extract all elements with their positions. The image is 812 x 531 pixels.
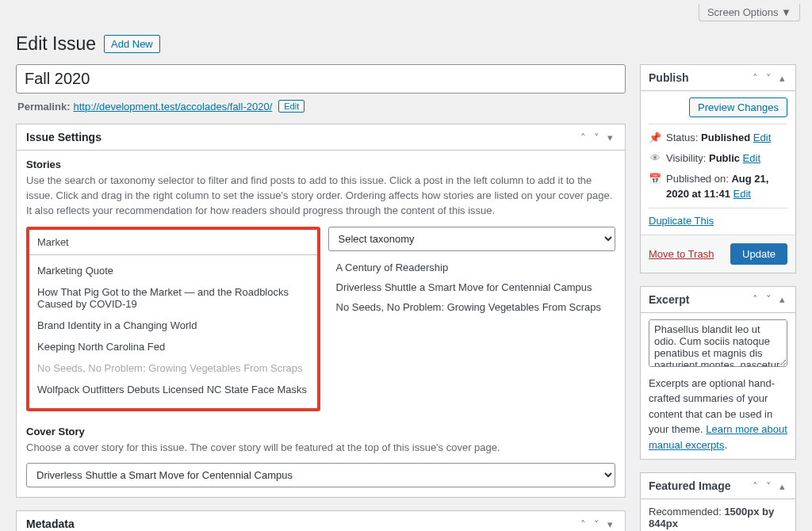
featured-recommended: Recommended: 1500px by 844px [649, 506, 787, 529]
publish-heading: Publish [649, 71, 689, 84]
toggle-panel-icon[interactable]: ▴ [777, 480, 787, 492]
move-down-icon[interactable]: ˅ [592, 518, 602, 530]
update-button[interactable]: Update [730, 243, 787, 265]
issue-settings-heading: Issue Settings [26, 131, 102, 143]
toggle-panel-icon[interactable]: ▾ [605, 132, 615, 143]
permalink-url[interactable]: http://development.test/accolades/fall-2… [73, 101, 272, 113]
edit-visibility-link[interactable]: Edit [743, 152, 760, 164]
calendar-icon: 📅 [649, 172, 661, 186]
move-up-icon[interactable]: ˄ [750, 72, 760, 84]
cover-story-select[interactable]: Driverless Shuttle a Smart Move for Cent… [26, 463, 615, 487]
move-down-icon[interactable]: ˅ [764, 72, 774, 84]
edit-status-link[interactable]: Edit [753, 132, 771, 143]
move-down-icon[interactable]: ˅ [764, 480, 774, 492]
featured-image-box: Featured Image ˄ ˅ ▴ Recommended: 1500px… [640, 472, 796, 531]
added-stories-list: A Century of Readership Driverless Shutt… [328, 251, 616, 323]
move-up-icon[interactable]: ˄ [578, 132, 588, 143]
excerpt-box: Excerpt ˄ ˅ ▴ Excerpts are optional hand… [640, 286, 796, 460]
edit-permalink-button[interactable]: Edit [278, 100, 304, 113]
pin-icon: 📌 [649, 131, 661, 145]
metadata-heading: Metadata [26, 518, 75, 530]
screen-options-button[interactable]: Screen Options ▼ [699, 4, 800, 21]
move-up-icon[interactable]: ˄ [750, 293, 760, 305]
toggle-panel-icon[interactable]: ▴ [777, 72, 787, 84]
page-title: Edit Issue [16, 33, 96, 55]
taxonomy-select[interactable]: Select taxonomy [328, 227, 616, 251]
preview-changes-button[interactable]: Preview Changes [689, 97, 787, 117]
stories-results-list: Marketing Quote How That Pig Got to the … [29, 255, 317, 408]
story-result-disabled: No Seeds, No Problem: Growing Vegetables… [29, 357, 317, 379]
cover-story-label: Cover Story [26, 426, 615, 437]
featured-image-heading: Featured Image [649, 479, 730, 492]
stories-label: Stories [26, 159, 615, 170]
story-result[interactable]: Brand Identity in a Changing World [29, 315, 317, 336]
story-result[interactable]: Keeping North Carolina Fed [29, 336, 317, 357]
stories-help: Use the search or taxonomy selector to f… [26, 174, 615, 219]
excerpt-heading: Excerpt [649, 293, 689, 306]
added-story[interactable]: Driverless Shuttle a Smart Move for Cent… [330, 277, 615, 297]
issue-settings-box: Issue Settings ˄ ˅ ▾ Stories Use the sea… [16, 124, 626, 498]
title-input[interactable] [16, 64, 626, 94]
added-story[interactable]: A Century of Readership [330, 258, 615, 277]
publish-box: Publish ˄ ˅ ▴ Preview Changes 📌 Status: [640, 64, 796, 273]
excerpt-input[interactable] [649, 319, 787, 367]
duplicate-link[interactable]: Duplicate This [649, 215, 714, 227]
added-story[interactable]: No Seeds, No Problem: Growing Vegetables… [330, 297, 615, 317]
permalink-label: Permalink: [17, 101, 70, 113]
metadata-box: Metadata ˄ ˅ ▾ Some metadata is automati… [16, 510, 626, 531]
move-down-icon[interactable]: ˅ [592, 132, 602, 143]
story-result[interactable]: How That Pig Got to the Market — and the… [29, 281, 317, 315]
eye-icon: 👁 [649, 151, 661, 166]
toggle-panel-icon[interactable]: ▾ [605, 518, 615, 530]
move-down-icon[interactable]: ˅ [764, 293, 774, 305]
edit-date-link[interactable]: Edit [733, 188, 751, 200]
move-up-icon[interactable]: ˄ [750, 480, 760, 492]
story-result[interactable]: Wolfpack Outfitters Debuts Licensed NC S… [29, 379, 317, 400]
toggle-panel-icon[interactable]: ▴ [777, 293, 787, 305]
stories-search-input[interactable] [29, 230, 317, 255]
move-up-icon[interactable]: ˄ [578, 518, 588, 530]
excerpt-help: Excerpts are optional hand-crafted summa… [649, 376, 787, 453]
move-to-trash-link[interactable]: Move to Trash [649, 248, 714, 260]
stories-search-panel: Marketing Quote How That Pig Got to the … [26, 227, 320, 411]
cover-story-help: Choose a cover story for this issue. The… [26, 441, 615, 456]
story-result[interactable]: Marketing Quote [29, 260, 317, 281]
add-new-button[interactable]: Add New [104, 35, 160, 53]
